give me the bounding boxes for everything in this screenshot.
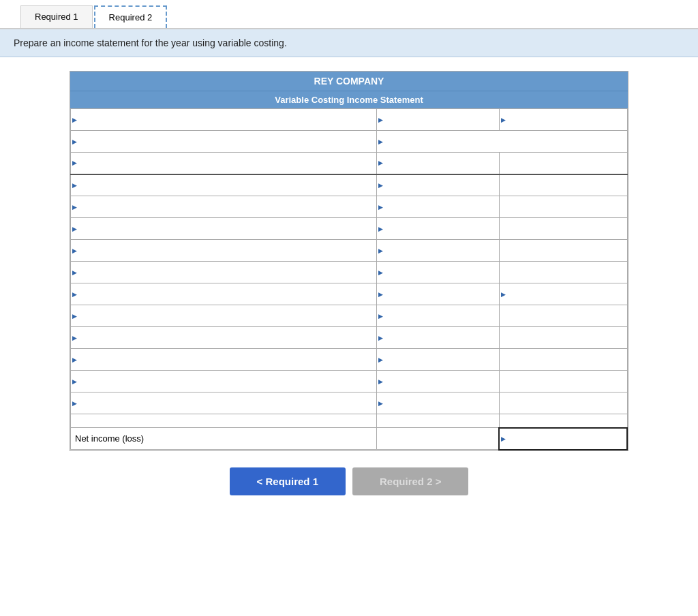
company-name: REY COMPANY [70, 72, 628, 91]
income-table: Net income (loss) [70, 108, 628, 450]
row5-col2[interactable] [377, 196, 500, 218]
row7-col3 [499, 240, 627, 262]
row6-col2[interactable] [377, 218, 500, 240]
net-income-col2 [377, 428, 500, 450]
table-row [71, 392, 628, 414]
table-row [71, 131, 628, 153]
row9-col1[interactable] [71, 283, 377, 305]
row6-col1[interactable] [71, 218, 377, 240]
row8-col1[interactable] [71, 262, 377, 283]
row5-col3 [499, 196, 627, 218]
net-income-label: Net income (loss) [71, 428, 377, 450]
row4-col3 [499, 174, 627, 196]
row12-col3 [499, 349, 627, 371]
row7-col2[interactable] [377, 240, 500, 262]
table-row [71, 109, 628, 131]
row1-col3[interactable] [499, 109, 627, 131]
main-content: REY COMPANY Variable Costing Income Stat… [0, 57, 698, 509]
row13-col3 [499, 371, 627, 392]
row4-col1[interactable] [71, 174, 377, 196]
row2-col1[interactable] [71, 131, 377, 153]
instruction-bar: Prepare an income statement for the year… [0, 29, 698, 57]
table-row [71, 153, 628, 174]
row10-col3 [499, 305, 627, 327]
required1-button[interactable]: < Required 1 [230, 467, 346, 495]
spacer-col1 [71, 414, 377, 428]
table-row [71, 218, 628, 240]
row5-col1[interactable] [71, 196, 377, 218]
page-container: Required 1 Required 2 Prepare an income … [0, 0, 698, 616]
net-income-row: Net income (loss) [71, 428, 628, 450]
row14-col3 [499, 392, 627, 414]
net-income-col3[interactable] [499, 428, 627, 450]
row1-col2[interactable] [377, 109, 500, 131]
row11-col3 [499, 327, 627, 349]
row9-col2[interactable] [377, 283, 500, 305]
row7-col1[interactable] [71, 240, 377, 262]
spacer-col3 [499, 414, 627, 428]
tab-required2[interactable]: Required 2 [94, 5, 168, 28]
table-row [71, 262, 628, 283]
row14-col2[interactable] [377, 392, 500, 414]
row11-col1[interactable] [71, 327, 377, 349]
row12-col2[interactable] [377, 349, 500, 371]
row10-col2[interactable] [377, 305, 500, 327]
buttons-container: < Required 1 Required 2 > [20, 467, 678, 495]
row3-col2[interactable] [377, 153, 500, 174]
row3-col3 [499, 153, 627, 174]
table-row [71, 327, 628, 349]
row14-col1[interactable] [71, 392, 377, 414]
row2-col2[interactable] [377, 131, 627, 153]
row1-col1[interactable] [71, 109, 377, 131]
tabs-container: Required 1 Required 2 [0, 0, 698, 29]
row13-col2[interactable] [377, 371, 500, 392]
row12-col1[interactable] [71, 349, 377, 371]
table-row [71, 349, 628, 371]
table-row [71, 305, 628, 327]
table-row [71, 196, 628, 218]
tab-required1[interactable]: Required 1 [20, 5, 93, 28]
table-row [71, 174, 628, 196]
row6-col3 [499, 218, 627, 240]
table-row [71, 371, 628, 392]
row10-col1[interactable] [71, 305, 377, 327]
table-row [71, 240, 628, 262]
statement-wrapper: REY COMPANY Variable Costing Income Stat… [70, 71, 628, 451]
row9-col3[interactable] [499, 283, 627, 305]
row8-col2[interactable] [377, 262, 500, 283]
spacer-col2 [377, 414, 500, 428]
row11-col2[interactable] [377, 327, 500, 349]
required2-button[interactable]: Required 2 > [352, 467, 468, 495]
table-row [71, 283, 628, 305]
statement-title: Variable Costing Income Statement [70, 91, 628, 108]
spacer-row [71, 414, 628, 428]
row3-col1[interactable] [71, 153, 377, 174]
row4-col2[interactable] [377, 174, 500, 196]
row13-col1[interactable] [71, 371, 377, 392]
row8-col3 [499, 262, 627, 283]
